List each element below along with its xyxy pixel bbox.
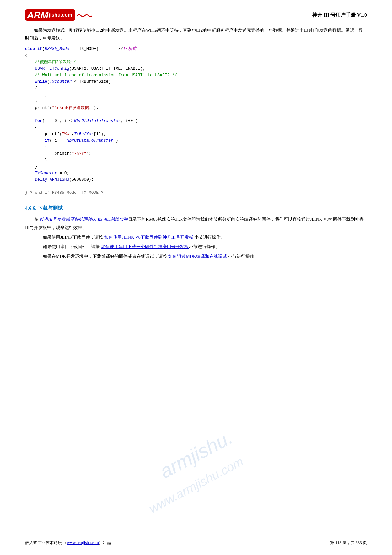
watermark-line2: www.armjishu.com <box>147 454 245 515</box>
code-line-9: } <box>25 98 367 105</box>
footer-left-text: 嵌入式专业技术论坛 （ <box>25 540 67 545</box>
code-line-12: { <box>25 124 367 131</box>
code-line-3: /*使能串口2的发送*/ <box>25 59 367 66</box>
page-title: 神舟 III 号用户手册 V1.0 <box>312 12 367 19</box>
code-line-6: while(TxCounter < TxBufferSize) <box>25 79 367 85</box>
code-line-17: } <box>25 157 367 164</box>
code-line-21: } ? end if RS485 Mode==TX MODE ? <box>25 190 367 196</box>
body-paragraph-3: 如果使用串口下载固件，请按 如何使用串口下载一个固件到神舟III号开发板小节进行… <box>25 243 367 251</box>
footer-right: 第 113 页，共 333 页 <box>330 540 367 546</box>
link-serial[interactable]: 如何使用串口下载一个固件到神舟III号开发板 <box>101 244 189 249</box>
code-line-14: if( i == NbrOfDataToTransfer ) <box>25 138 367 144</box>
section-title: 下载与测试 <box>38 205 63 211</box>
code-line-13: printf("%c",TxBuffer[i]); <box>25 131 367 138</box>
footer-page: 第 113 页，共 333 页 <box>330 540 367 545</box>
code-line-1: else if(RS485_Mode == TX_MODE) //Tx模式 <box>25 46 367 52</box>
link-mdk[interactable]: 如何通过MDK编译和在线调试 <box>168 254 227 259</box>
code-line-15: { <box>25 144 367 150</box>
code-line-7: { <box>25 85 367 92</box>
link-firmware-dir[interactable]: 神舟III号光盘编译好的固件06.RS-485总线实验 <box>40 217 128 222</box>
body-paragraph-2: 如果使用JLINK下载固件，请按 如何使用JLINK V8下载固件到神舟III号… <box>25 233 367 242</box>
code-line-8: ; <box>25 92 367 98</box>
jishu-com-text: jishu.com <box>49 13 72 18</box>
footer-link[interactable]: www.armjishu.com <box>67 540 99 545</box>
watermark: armjishu. www.armjishu.com <box>118 443 275 492</box>
code-line-18: } <box>25 164 367 170</box>
body-paragraph-1: 在 神舟III号光盘编译好的固件06.RS-485总线实验目录下的RS485总线… <box>25 215 367 232</box>
logo: ARM jishu.com <box>25 9 75 21</box>
footer-suffix: ）出品 <box>99 540 111 545</box>
section-number: 4.6.6. <box>25 205 36 211</box>
footer-left: 嵌入式专业技术论坛 （www.armjishu.com）出品 <box>25 540 111 546</box>
watermark-line1: armjishu. <box>156 426 236 482</box>
code-line-blank <box>25 111 367 118</box>
code-line-16: printf("\n\r"); <box>25 150 367 157</box>
footer: 嵌入式专业技术论坛 （www.armjishu.com）出品 第 113 页，共… <box>25 537 367 546</box>
link-jlink[interactable]: 如何使用JLINK V8下载固件到神舟III号开发板 <box>104 235 193 240</box>
code-line-19: TxCounter = 0; <box>25 170 367 177</box>
arm-letters: ARM <box>27 10 48 20</box>
code-line-5: /* Wait until end of transmission from U… <box>25 72 367 79</box>
body-paragraph-4: 如果在MDK开发环境中，下载编译好的固件或者在线调试，请按 如何通过MDK编译和… <box>25 253 367 261</box>
intro-paragraph: 如果为发送模式，则程序使能串口2的中断发送。主程序在While循环中等待，直到串… <box>25 26 367 42</box>
logo-area: ARM jishu.com <box>25 9 92 21</box>
page-container: ARM jishu.com 神舟 III 号用户手册 V1.0 如果为发送模式，… <box>0 0 392 555</box>
code-line-2: { <box>25 52 367 59</box>
logo-wave-icon <box>77 13 92 18</box>
code-line-4: USART_ITConfig(USART2, USART_IT_TXE, ENA… <box>25 66 367 72</box>
section-heading: 4.6.6. 下载与测试 <box>25 205 367 212</box>
code-line-20: Delay_ARMJISHU(6000000); <box>25 177 367 183</box>
code-line-10: printf("\n\r正在发送数据:"); <box>25 105 367 112</box>
code-line-blank2 <box>25 183 367 190</box>
code-block: else if(RS485_Mode == TX_MODE) //Tx模式 { … <box>25 45 367 197</box>
code-line-11: for(i = 0 ; i < NbrOfDataToTransfer; i++… <box>25 118 367 124</box>
header: ARM jishu.com 神舟 III 号用户手册 V1.0 <box>25 9 367 21</box>
